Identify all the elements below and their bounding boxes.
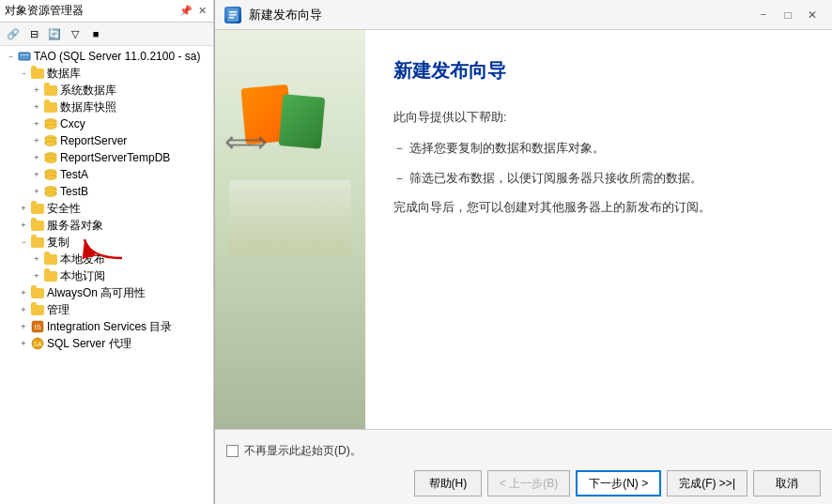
expand-replication-icon[interactable]: － [17,236,30,249]
tree-alwayson[interactable]: + AlwaysOn 高可用性 [0,284,213,301]
expand-alwayson-icon[interactable]: + [17,286,30,299]
wizard-dialog: 新建发布向导 － □ ✕ ⟺ 新建发布向导 此向导提供以下帮助: － 选择您要复… [214,0,832,504]
wizard-main-title: 新建发布向导 [393,58,804,84]
svg-point-10 [45,159,56,163]
db-testa-icon [43,167,58,182]
next-button[interactable]: 下一步(N) > [576,470,661,496]
folder-localsub-icon [43,268,58,283]
svg-point-13 [45,176,56,180]
expand-management-icon[interactable]: + [17,303,30,316]
expand-serverobj-icon[interactable]: + [17,219,30,232]
integration-services-icon: IS [30,319,45,334]
alwayson-label: AlwaysOn 高可用性 [47,285,146,301]
folder-db-icon [30,66,45,81]
server-label: TAO (SQL Server 11.0.2100 - sa) [34,50,200,63]
folder-security-icon [30,201,45,216]
dont-show-checkbox[interactable] [226,445,239,457]
tree-databases[interactable]: － 数据库 [0,65,213,82]
tree-reportserver[interactable]: + ReportServer [0,132,213,149]
toolbar-disconnect-btn[interactable]: ⊟ [24,24,43,43]
wizard-graphic: ⟺ [215,30,365,429]
finish-button[interactable]: 完成(F) >>| [667,470,747,496]
toolbar-stop-btn[interactable]: ■ [86,24,105,43]
tree-local-subscribe[interactable]: + 本地订阅 [0,267,213,284]
wizard-minimize-btn[interactable]: － [753,5,774,25]
expand-is-icon[interactable]: + [17,320,30,333]
folder-sysdb-icon [43,83,58,98]
help-button[interactable]: 帮助(H) [414,470,482,496]
tree-system-db[interactable]: + 系统数据库 [0,82,213,99]
security-label: 安全性 [47,201,81,217]
oe-close-icon[interactable]: ✕ [196,5,208,17]
object-explorer-panel: 对象资源管理器 📌 ✕ 🔗 ⊟ 🔄 ▽ ■ － TAO (SQL Server … [0,0,214,504]
folder-snapshot-icon [43,99,58,115]
toolbar-filter-btn[interactable]: ▽ [66,24,85,43]
cancel-button[interactable]: 取消 [753,470,821,496]
tree-security[interactable]: + 安全性 [0,200,213,217]
tree-reportserver-tempdb[interactable]: + ReportServerTempDB [0,149,213,166]
prev-button[interactable]: < 上一步(B) [487,470,570,496]
expand-server-icon[interactable]: － [4,50,17,63]
wizard-close-btn[interactable]: ✕ [802,5,823,25]
replication-label: 复制 [47,235,69,251]
graphic-arrows: ⟺ [224,124,268,160]
svg-rect-25 [229,17,234,19]
wizard-footer-checkbox-row: 不再显示此起始页(D)。 [226,437,821,466]
oe-titlebar-icons: 📌 ✕ [177,5,208,17]
tree-sql-agent[interactable]: + SA SQL Server 代理 [0,335,213,352]
expand-testa-icon[interactable]: + [30,168,43,181]
sysdb-label: 系统数据库 [60,83,116,99]
tree-cxcy[interactable]: + Cxcy [0,115,213,132]
wizard-title-label: 新建发布向导 [249,7,322,23]
expand-rs-icon[interactable]: + [30,134,43,147]
folder-replication-icon [30,235,45,250]
oe-titlebar: 对象资源管理器 📌 ✕ [0,0,213,23]
expand-localpub-icon[interactable]: + [30,252,43,266]
db-rstempdb-icon [43,150,58,165]
expand-sqlagent-icon[interactable]: + [17,337,30,350]
wizard-maximize-btn[interactable]: □ [778,5,798,25]
wizard-desc-intro: 此向导提供以下帮助: [393,106,804,128]
wizard-bullet3: 完成向导后，您可以创建对其他服务器上的新发布的订阅。 [393,196,804,218]
tree-server-root[interactable]: － TAO (SQL Server 11.0.2100 - sa) [0,48,213,65]
expand-testb-icon[interactable]: + [30,185,43,198]
svg-rect-24 [229,14,237,16]
db-rs-icon [43,133,58,148]
cxcy-label: Cxcy [60,117,85,130]
toolbar-connect-btn[interactable]: 🔗 [4,24,23,43]
databases-label: 数据库 [47,66,81,82]
folder-localpub-icon [43,252,58,267]
oe-pin-icon[interactable]: 📌 [177,5,194,17]
sql-agent-icon: SA [30,336,45,351]
wizard-bullet2: － 筛选已发布数据，以便订阅服务器只接收所需的数据。 [393,167,804,189]
expand-cxcy-icon[interactable]: + [30,117,43,130]
expand-security-icon[interactable]: + [17,202,30,215]
tree-replication[interactable]: － 复制 [0,234,213,251]
expand-sysdb-icon[interactable]: + [30,84,43,97]
expand-db-icon[interactable]: － [17,67,30,80]
testb-label: TestB [60,185,88,198]
expand-rstempdb-icon[interactable]: + [30,151,43,164]
server-icon [17,49,32,64]
tree-server-objects[interactable]: + 服务器对象 [0,217,213,234]
tree-integration-services[interactable]: + IS Integration Services 目录 [0,318,213,335]
svg-point-7 [45,142,56,146]
tree-testa[interactable]: + TestA [0,166,213,183]
expand-localsub-icon[interactable]: + [30,269,43,283]
graphic-overlay [229,180,351,255]
is-label: Integration Services 目录 [47,319,172,335]
svg-point-16 [45,192,56,197]
tree-testb[interactable]: + TestB [0,183,213,200]
toolbar-refresh-btn[interactable]: 🔄 [45,24,64,43]
graphic-green-box [279,94,326,149]
svg-text:SA: SA [33,341,42,347]
expand-snapshot-icon[interactable]: + [30,100,43,114]
folder-management-icon [30,302,45,317]
folder-serverobj-icon [30,218,45,233]
tree-db-snapshot[interactable]: + 数据库快照 [0,99,213,115]
tree-local-publish[interactable]: + 本地发布 [0,251,213,267]
wizard-content: 新建发布向导 此向导提供以下帮助: － 选择您要复制的数据和数据库对象。 － 筛… [365,30,832,429]
tree-management[interactable]: + 管理 [0,301,213,318]
oe-tree: － TAO (SQL Server 11.0.2100 - sa) － 数据库 … [0,46,213,504]
svg-rect-23 [229,11,237,13]
